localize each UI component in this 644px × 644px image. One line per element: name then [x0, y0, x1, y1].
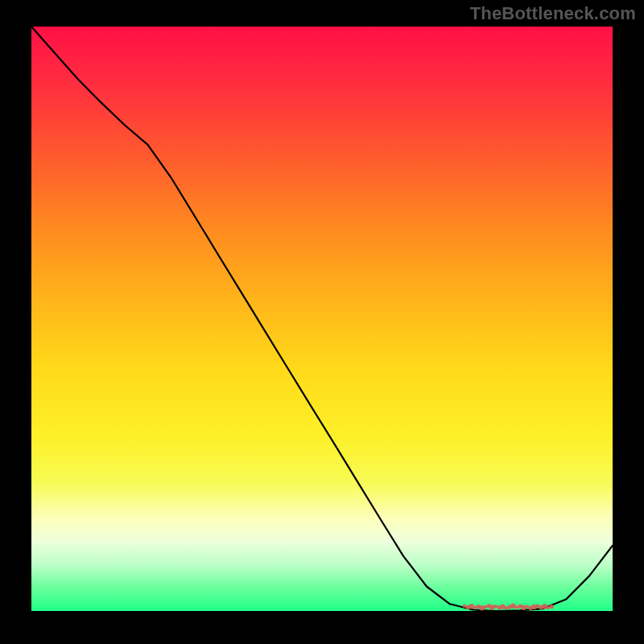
marker-dot — [494, 605, 497, 608]
marker-dot — [500, 604, 505, 609]
marker-dot — [489, 605, 494, 609]
chart-frame: TheBottleneck.com — [0, 0, 644, 644]
marker-dot — [515, 605, 518, 609]
plot-area — [31, 27, 613, 611]
marker-dot — [542, 604, 547, 609]
marker-dot — [526, 605, 529, 608]
marker-dot — [510, 604, 515, 609]
line-series — [31, 27, 613, 611]
marker-dot — [484, 605, 487, 609]
marker-dot — [547, 606, 550, 609]
attribution-text: TheBottleneck.com — [470, 3, 636, 24]
marker-dot — [550, 605, 554, 609]
marker-dot — [505, 606, 508, 609]
chart-svg — [31, 27, 613, 611]
marker-dot — [479, 605, 484, 610]
marker-dot — [521, 605, 526, 610]
marker-dot — [473, 606, 477, 609]
marker-dot — [531, 605, 536, 609]
marker-dot — [536, 605, 539, 608]
marker-dot — [463, 605, 466, 608]
